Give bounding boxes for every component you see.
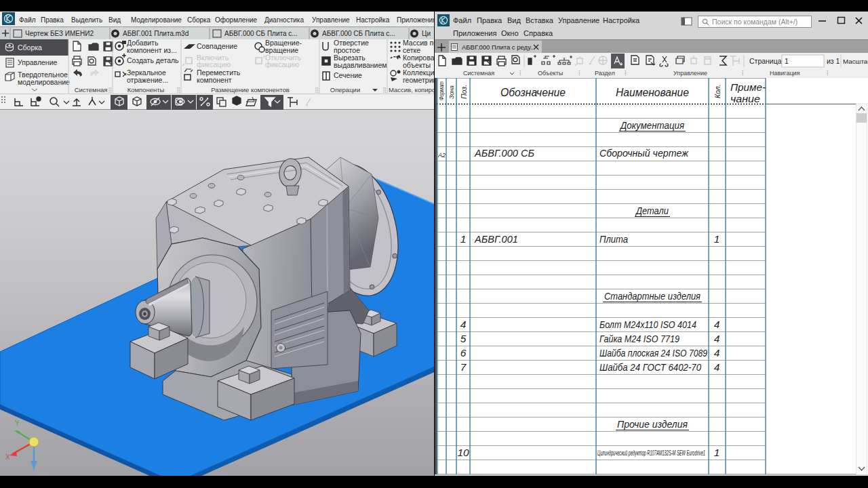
svg-text:1: 1: [714, 447, 720, 458]
svg-text:X: X: [5, 453, 10, 461]
svg-text:фиксацию: фиксацию: [265, 60, 299, 68]
svg-text:Операции: Операции: [330, 86, 360, 94]
svg-text:Формат: Формат: [438, 81, 445, 100]
svg-text:чание: чание: [730, 93, 760, 104]
svg-text:1: 1: [714, 233, 720, 245]
svg-text:Поз.: Поз.: [460, 85, 468, 99]
svg-text:Обозначение: Обозначение: [500, 87, 566, 98]
svg-text:Документация: Документация: [619, 119, 684, 131]
svg-text:отражение...: отражение...: [127, 76, 168, 84]
svg-text:Плита: Плита: [599, 233, 628, 245]
svg-text:Чертеж БЕЗ ИМЕНИ2: Чертеж БЕЗ ИМЕНИ2: [25, 30, 94, 37]
svg-text:Шайба плоская 24 ISO 7089: Шайба плоская 24 ISO 7089: [599, 347, 707, 359]
svg-text:Сборка: Сборка: [18, 43, 42, 52]
svg-text:Прочие изделия: Прочие изделия: [617, 418, 688, 430]
svg-text:Сечение: Сечение: [334, 71, 362, 79]
svg-text:геометрии: геометрии: [403, 76, 434, 84]
svg-text:АБВГ.001: АБВГ.001: [474, 233, 518, 245]
svg-text:выдавливанием: выдавливанием: [334, 61, 387, 69]
svg-text:1: 1: [460, 233, 467, 245]
svg-text:Ци: Ци: [422, 30, 431, 37]
svg-text:Приме-: Приме-: [730, 81, 766, 93]
svg-text:фиксацию: фиксацию: [197, 60, 231, 68]
svg-text:Сборочный чертеж: Сборочный чертеж: [599, 147, 689, 159]
svg-text:АБВГ.000 СБ Плита с...: АБВГ.000 СБ Плита с...: [224, 30, 298, 37]
svg-text:Размещение компонентов: Размещение компонентов: [211, 86, 290, 94]
svg-text:Зона: Зона: [448, 85, 455, 99]
svg-text:Z: Z: [31, 468, 35, 476]
svg-text:АБВГ.001 Плита.m3d: АБВГ.001 Плита.m3d: [123, 30, 189, 37]
svg-text:из 1: из 1: [827, 57, 840, 65]
svg-text:АБВГ.000 СБ: АБВГ.000 СБ: [474, 147, 534, 159]
svg-text:Y: Y: [15, 420, 20, 427]
svg-text:5: 5: [460, 333, 467, 344]
svg-text:Детали: Детали: [635, 205, 669, 216]
svg-text:7: 7: [460, 361, 467, 373]
svg-text:Компоненты: Компоненты: [127, 86, 165, 94]
svg-text:Массив, копиро: Массив, копиро: [389, 86, 434, 94]
svg-text:4: 4: [714, 333, 720, 344]
svg-text:моделирование: моделирование: [18, 78, 70, 86]
svg-text:Наименование: Наименование: [616, 87, 689, 98]
svg-text:Масштаб:: Масштаб:: [843, 58, 868, 65]
svg-text:компонент: компонент: [197, 76, 232, 84]
svg-text:4: 4: [714, 347, 720, 359]
svg-text:4: 4: [714, 319, 720, 330]
svg-text:Страница:: Страница:: [749, 57, 784, 65]
svg-text:Цилиндрический редуктор R107AM: Цилиндрический редуктор R107AM132S-M SEW…: [597, 449, 705, 457]
svg-text:Системная: Системная: [75, 86, 108, 94]
svg-text:4: 4: [714, 361, 720, 373]
svg-text:компонент из...: компонент из...: [127, 46, 177, 54]
svg-text:Управление: Управление: [18, 58, 58, 66]
svg-text:10: 10: [457, 447, 469, 458]
svg-text:4: 4: [460, 319, 467, 330]
svg-text:Стандартные изделия: Стандартные изделия: [604, 290, 701, 302]
svg-text:Совпадение: Совпадение: [197, 42, 237, 50]
svg-text:Кол.: Кол.: [713, 84, 722, 98]
svg-text:1: 1: [785, 57, 789, 65]
svg-text:Создать деталь: Создать деталь: [127, 56, 179, 64]
svg-text:Шайба 24 ГОСТ 6402-70: Шайба 24 ГОСТ 6402-70: [599, 361, 701, 373]
svg-text:АБВГ.000 СБ Плита с...: АБВГ.000 СБ Плита с...: [322, 30, 395, 37]
svg-text:6: 6: [460, 347, 467, 359]
svg-text:А2: А2: [437, 152, 446, 159]
svg-text:Болт М24х110 ISO 4014: Болт М24х110 ISO 4014: [599, 319, 696, 330]
svg-text:Гайка М24 ISO 7719: Гайка М24 ISO 7719: [599, 333, 679, 344]
